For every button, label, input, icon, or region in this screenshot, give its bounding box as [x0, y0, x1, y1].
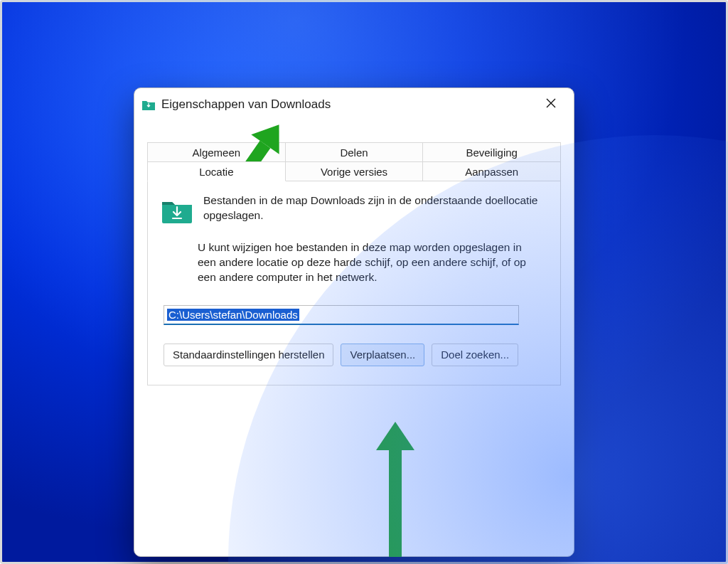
tabs-container: Algemeen Delen Beveiliging Locatie Vorig…: [134, 121, 574, 385]
tab-locatie[interactable]: Locatie: [147, 161, 286, 181]
titlebar: Eigenschappen van Downloads: [134, 88, 574, 121]
tab-aanpassen[interactable]: Aanpassen: [422, 161, 561, 181]
properties-dialog: Eigenschappen van Downloads Algemeen Del…: [134, 87, 574, 557]
desktop-background: Eigenschappen van Downloads Algemeen Del…: [0, 0, 728, 564]
move-button[interactable]: Verplaatsen...: [341, 344, 424, 366]
restore-defaults-button[interactable]: Standaardinstellingen herstellen: [164, 344, 333, 366]
find-target-button[interactable]: Doel zoeken...: [432, 344, 518, 366]
downloads-large-icon: [161, 196, 193, 225]
help-text: U kunt wijzigen hoe bestanden in deze ma…: [198, 240, 547, 285]
close-icon: [545, 97, 557, 112]
tab-panel-locatie: Bestanden in de map Downloads zijn in de…: [147, 181, 561, 385]
dialog-title: Eigenschappen van Downloads: [161, 97, 538, 112]
tab-vorige-versies[interactable]: Vorige versies: [285, 161, 424, 181]
tab-beveiliging[interactable]: Beveiliging: [422, 142, 561, 162]
downloads-folder-icon: [141, 97, 156, 112]
location-path-value: C:\Users\stefan\Downloads: [167, 309, 299, 321]
location-path-input[interactable]: C:\Users\stefan\Downloads: [164, 305, 519, 325]
tab-algemeen[interactable]: Algemeen: [147, 142, 286, 162]
description-text: Bestanden in de map Downloads zijn in de…: [203, 193, 547, 223]
tab-delen[interactable]: Delen: [285, 142, 424, 162]
close-button[interactable]: [538, 92, 564, 117]
